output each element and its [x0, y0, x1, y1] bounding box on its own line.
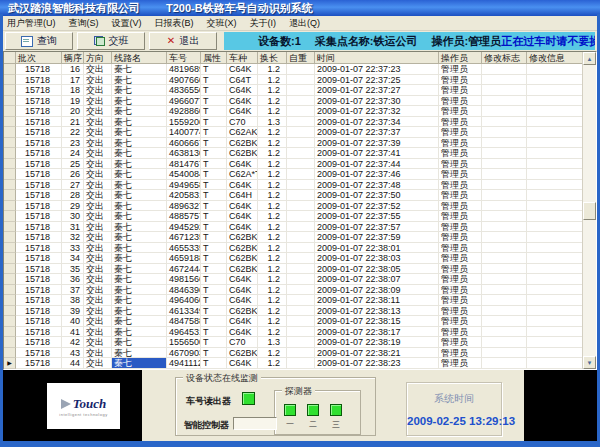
table-cell[interactable]: 管理员	[439, 148, 482, 159]
table-cell[interactable]: C64K	[227, 295, 258, 306]
row-selector[interactable]	[4, 274, 16, 285]
table-cell[interactable]: T	[201, 64, 227, 75]
table-cell[interactable]	[287, 243, 315, 254]
table-cell[interactable]	[482, 222, 527, 233]
table-cell[interactable]: 1.2	[258, 274, 287, 285]
table-cell[interactable]: 15718	[16, 253, 62, 264]
table-cell[interactable]: 2009-01-07 22:38:01	[315, 243, 439, 254]
table-cell[interactable]: 18	[62, 85, 84, 96]
table-cell[interactable]: T	[201, 159, 227, 170]
table-cell[interactable]: 管理员	[439, 180, 482, 191]
column-header-0[interactable]: 批次	[16, 52, 62, 64]
table-cell[interactable]: T	[201, 180, 227, 191]
table-cell[interactable]	[482, 243, 527, 254]
table-cell[interactable]: C70	[227, 117, 258, 128]
table-cell[interactable]: 17	[62, 75, 84, 86]
table-cell[interactable]: 秦七	[112, 180, 167, 191]
table-cell[interactable]: 1.2	[258, 358, 287, 369]
table-row[interactable]: 1571829交出秦七4896327TC64K1.22009-01-07 22:…	[4, 201, 596, 212]
table-row[interactable]: 1571830交出秦七4885757TC64K1.22009-01-07 22:…	[4, 211, 596, 222]
table-cell[interactable]: 4846396	[167, 285, 201, 296]
table-cell[interactable]: 秦七	[112, 285, 167, 296]
table-cell[interactable]: T	[201, 106, 227, 117]
column-header-2[interactable]: 方向	[84, 52, 112, 64]
table-cell[interactable]: 43	[62, 348, 84, 359]
table-cell[interactable]: 秦七	[112, 306, 167, 317]
table-cell[interactable]: 2009-01-07 22:37:34	[315, 117, 439, 128]
row-selector[interactable]	[4, 232, 16, 243]
table-cell[interactable]: T	[201, 274, 227, 285]
table-cell[interactable]	[482, 180, 527, 191]
table-cell[interactable]: 秦七	[112, 316, 167, 327]
table-cell[interactable]: 1.2	[258, 295, 287, 306]
table-cell[interactable]: 4847588	[167, 316, 201, 327]
table-cell[interactable]: C62BK	[227, 232, 258, 243]
table-cell[interactable]	[287, 106, 315, 117]
table-cell[interactable]: 36	[62, 274, 84, 285]
table-cell[interactable]	[287, 274, 315, 285]
table-row[interactable]: 1571822交出秦七1400774TC62AK1.22009-01-07 22…	[4, 127, 596, 138]
table-cell[interactable]: T	[201, 295, 227, 306]
table-cell[interactable]: 1.2	[258, 64, 287, 75]
table-cell[interactable]	[482, 306, 527, 317]
table-cell[interactable]: 4964060	[167, 295, 201, 306]
table-cell[interactable]: 交出	[84, 64, 112, 75]
row-selector[interactable]	[4, 190, 16, 201]
table-cell[interactable]: T	[201, 169, 227, 180]
table-cell[interactable]: T	[201, 253, 227, 264]
table-cell[interactable]: 管理员	[439, 337, 482, 348]
table-cell[interactable]: 2009-01-07 22:38:13	[315, 306, 439, 317]
table-cell[interactable]: 2009-01-07 22:38:03	[315, 253, 439, 264]
table-cell[interactable]	[287, 295, 315, 306]
table-cell[interactable]: 15718	[16, 327, 62, 338]
table-cell[interactable]: 管理员	[439, 295, 482, 306]
table-cell[interactable]: 秦七	[112, 138, 167, 149]
row-selector[interactable]	[4, 117, 16, 128]
table-cell[interactable]: C62AK	[227, 127, 258, 138]
table-cell[interactable]: 管理员	[439, 232, 482, 243]
table-cell[interactable]: 交出	[84, 127, 112, 138]
row-selector[interactable]	[4, 201, 16, 212]
table-cell[interactable]: 4670903	[167, 348, 201, 359]
table-cell[interactable]: 1.2	[258, 148, 287, 159]
table-cell[interactable]: 15718	[16, 201, 62, 212]
table-cell[interactable]	[482, 106, 527, 117]
table-cell[interactable]: 15718	[16, 222, 62, 233]
table-cell[interactable]: 交出	[84, 96, 112, 107]
table-cell[interactable]: T	[201, 96, 227, 107]
table-cell[interactable]	[482, 169, 527, 180]
table-cell[interactable]	[287, 85, 315, 96]
table-cell[interactable]: 秦七	[112, 264, 167, 275]
table-row[interactable]: 1571838交出秦七4964060TC64K1.22009-01-07 22:…	[4, 295, 596, 306]
table-cell[interactable]: T	[201, 85, 227, 96]
table-cell[interactable]: 管理员	[439, 306, 482, 317]
table-cell[interactable]: 秦七	[112, 201, 167, 212]
table-cell[interactable]: 2009-01-07 22:37:30	[315, 96, 439, 107]
table-cell[interactable]: 交出	[84, 222, 112, 233]
table-cell[interactable]: C62BK	[227, 253, 258, 264]
table-cell[interactable]	[287, 117, 315, 128]
table-cell[interactable]: 交出	[84, 264, 112, 275]
table-cell[interactable]: 秦七	[112, 211, 167, 222]
table-cell[interactable]: 4606667	[167, 138, 201, 149]
table-cell[interactable]: 管理员	[439, 264, 482, 275]
table-cell[interactable]: 1.2	[258, 138, 287, 149]
table-cell[interactable]: 秦七	[112, 159, 167, 170]
table-cell[interactable]: 15718	[16, 274, 62, 285]
table-cell[interactable]: 管理员	[439, 253, 482, 264]
row-selector[interactable]	[4, 148, 16, 159]
table-cell[interactable]: T	[201, 327, 227, 338]
column-header-4[interactable]: 车号	[167, 52, 201, 64]
table-cell[interactable]: 15718	[16, 75, 62, 86]
table-cell[interactable]: 秦七	[112, 85, 167, 96]
table-cell[interactable]	[287, 127, 315, 138]
table-cell[interactable]: 4964531	[167, 327, 201, 338]
menu-item-6[interactable]: 退出(Q)	[289, 17, 320, 30]
table-cell[interactable]: C64H	[227, 190, 258, 201]
table-cell[interactable]	[287, 159, 315, 170]
table-cell[interactable]	[482, 117, 527, 128]
table-cell[interactable]: 1400774	[167, 127, 201, 138]
row-selector[interactable]	[4, 264, 16, 275]
table-cell[interactable]: 秦七	[112, 127, 167, 138]
table-cell[interactable]: 2009-01-07 22:38:09	[315, 285, 439, 296]
